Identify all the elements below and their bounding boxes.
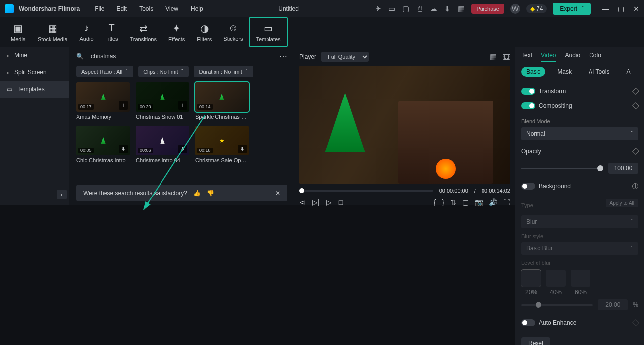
template-card[interactable]: 00:20+Christmas Snow 01	[136, 82, 189, 120]
template-card[interactable]: 00:14Sparkle Christmas Wis...	[195, 82, 249, 120]
toggle-compositing[interactable]	[521, 102, 535, 109]
more-options-icon[interactable]: ⋯	[279, 52, 287, 61]
blur-value[interactable]: 20.00	[598, 299, 628, 310]
template-card[interactable]: 00:06⬇Christmas Intro 04	[136, 126, 189, 163]
nav-back-button[interactable]: ‹	[57, 190, 67, 199]
download-icon[interactable]: ⬇	[238, 145, 247, 153]
prev-frame-icon[interactable]: ⊲	[299, 198, 305, 206]
menu-edit[interactable]: Edit	[116, 5, 127, 12]
subtab-mask[interactable]: Mask	[552, 67, 577, 77]
keyframe-icon[interactable]	[632, 88, 639, 95]
blur-preset-60[interactable]: 60%	[571, 270, 590, 296]
save-icon[interactable]: ⎙	[416, 5, 424, 13]
screen-icon[interactable]: ▢	[402, 5, 410, 13]
info-icon[interactable]: i	[632, 183, 638, 189]
minimize-button[interactable]: —	[602, 5, 609, 13]
document-title: Untitled	[203, 5, 375, 12]
tab-video[interactable]: Video	[541, 52, 556, 62]
tool-media[interactable]: ▣Media	[5, 17, 32, 47]
reset-button[interactable]: Reset	[521, 337, 550, 345]
tool-stock-media[interactable]: ▦Stock Media	[32, 17, 74, 47]
tool-filters[interactable]: ◑Filters	[191, 17, 217, 47]
purchase-button[interactable]: Purchase	[471, 4, 504, 14]
add-icon[interactable]: +	[119, 101, 128, 110]
apply-to-all-button[interactable]: Apply to All	[606, 199, 638, 207]
sidebar-mine[interactable]: ▸Mine	[0, 47, 69, 64]
tool-stickers[interactable]: ☺Stickers	[217, 17, 249, 47]
blur-slider[interactable]	[521, 304, 593, 306]
tab-audio[interactable]: Audio	[565, 52, 581, 62]
blend-mode-select[interactable]: Normal˅	[521, 127, 638, 140]
tab-color[interactable]: Colo	[589, 52, 601, 62]
fullscreen-icon[interactable]: ⛶	[503, 198, 510, 206]
play-backward-icon[interactable]: ▷|	[312, 198, 320, 206]
cloud-icon[interactable]: ☁	[429, 5, 437, 13]
chevron-down-icon: ˅	[630, 245, 633, 252]
monitor-icon[interactable]: ▢	[462, 198, 469, 206]
tool-templates[interactable]: ▭Templates	[249, 17, 287, 47]
options-icon[interactable]: ⇅	[450, 198, 456, 206]
toggle-auto-enhance[interactable]	[521, 319, 535, 326]
mark-in-icon[interactable]: {	[434, 198, 436, 206]
mark-out-icon[interactable]: }	[442, 198, 444, 206]
close-button[interactable]: ✕	[633, 5, 639, 13]
download-icon[interactable]: ⬇	[119, 145, 128, 153]
search-input[interactable]	[89, 51, 274, 62]
filter-duration[interactable]: Duration : No limit˅	[194, 66, 253, 77]
subtab-ai-tools[interactable]: AI Tools	[584, 67, 614, 77]
filter-clips[interactable]: Clips : No limit˅	[138, 66, 189, 77]
volume-icon[interactable]: 🔊	[489, 198, 497, 206]
quality-select[interactable]: Full Quality	[321, 52, 369, 62]
camera-icon[interactable]: 📷	[475, 198, 483, 206]
subtab-more[interactable]: A	[621, 67, 635, 77]
device-icon[interactable]: ▭	[388, 5, 396, 13]
avatar[interactable]: W	[510, 4, 520, 14]
download-icon[interactable]: ⬇	[443, 5, 451, 13]
close-icon[interactable]: ✕	[275, 190, 280, 197]
main-menu: File Edit Tools View Help	[95, 5, 203, 12]
stickers-icon: ☺	[228, 22, 238, 34]
download-icon[interactable]: ⬇	[178, 145, 187, 153]
menu-view[interactable]: View	[165, 5, 178, 12]
add-icon[interactable]: +	[178, 101, 187, 110]
sidebar-templates[interactable]: ▭Templates	[0, 81, 69, 98]
type-select[interactable]: Blur˅	[521, 215, 638, 228]
tab-text[interactable]: Text	[521, 52, 532, 62]
thumbs-up-icon[interactable]: 👍	[193, 190, 201, 197]
play-icon[interactable]: ▷	[326, 198, 332, 206]
menu-file[interactable]: File	[95, 5, 104, 12]
toggle-transform[interactable]	[521, 88, 535, 95]
opacity-value[interactable]: 100.00	[608, 163, 638, 174]
blur-preset-20[interactable]: 20%	[521, 270, 541, 296]
layout-icon[interactable]: ▦	[489, 53, 497, 61]
maximize-button[interactable]: ▢	[618, 5, 624, 13]
stop-icon[interactable]: □	[339, 198, 343, 206]
tool-effects[interactable]: ✦Effects	[162, 17, 191, 47]
tool-audio[interactable]: ♪Audio	[74, 17, 100, 47]
opacity-slider[interactable]	[521, 168, 603, 169]
keyframe-icon[interactable]	[632, 319, 639, 326]
menu-tools[interactable]: Tools	[139, 5, 153, 12]
scrub-bar[interactable]	[299, 190, 433, 192]
filter-aspect-ratio[interactable]: Aspect Ratio : All˅	[76, 66, 133, 77]
snapshot-icon[interactable]: 🖼	[502, 53, 510, 61]
subtab-basic[interactable]: Basic	[521, 67, 545, 77]
tool-titles[interactable]: TTitles	[100, 17, 124, 47]
menu-help[interactable]: Help	[191, 5, 203, 12]
toggle-background[interactable]	[521, 183, 535, 190]
video-preview[interactable]	[299, 66, 510, 184]
export-button[interactable]: Export˅	[553, 3, 591, 15]
template-card[interactable]: 00:05⬇Chic Christmas Intro	[76, 126, 130, 163]
thumbs-down-icon[interactable]: 👎	[207, 190, 214, 197]
template-card[interactable]: ★00:18⬇Christmas Sale Opener	[195, 126, 249, 163]
keyframe-icon[interactable]	[632, 148, 639, 155]
blur-preset-40[interactable]: 40%	[546, 270, 566, 296]
tool-transitions[interactable]: ⇄Transitions	[124, 17, 162, 47]
credits-badge[interactable]: ◆74	[526, 4, 547, 13]
blur-style-select[interactable]: Basic Blur˅	[521, 242, 638, 255]
apps-icon[interactable]: ▦	[457, 5, 465, 13]
sidebar-split-screen[interactable]: ▸Split Screen	[0, 64, 69, 81]
keyframe-icon[interactable]	[632, 102, 639, 109]
send-icon[interactable]: ✈	[374, 5, 382, 13]
template-card[interactable]: 00:17+Xmas Memory	[76, 82, 130, 120]
